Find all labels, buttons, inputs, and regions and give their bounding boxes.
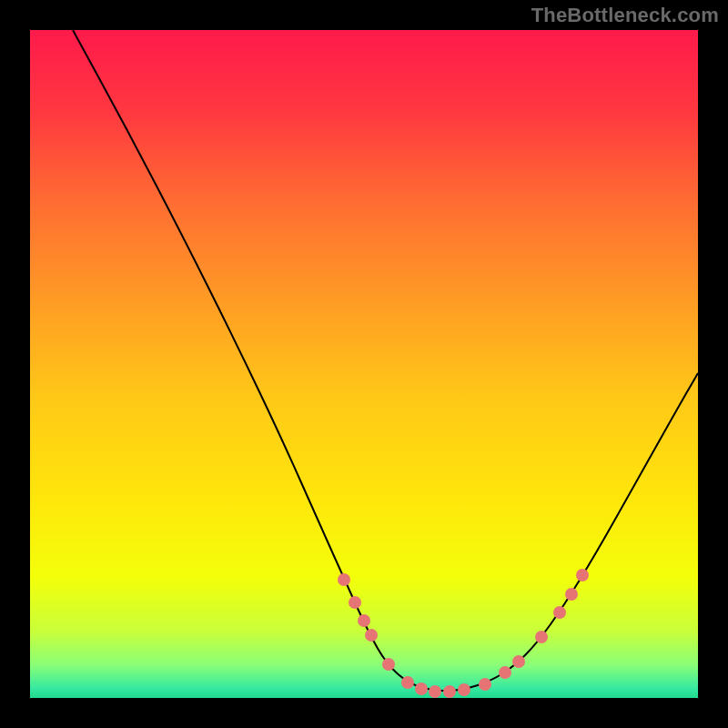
data-point-dot bbox=[576, 569, 589, 581]
data-point-dot bbox=[429, 685, 441, 698]
data-point-dot bbox=[499, 666, 511, 679]
chart-svg bbox=[0, 0, 728, 728]
data-point-dot bbox=[443, 685, 456, 698]
data-point-dot bbox=[349, 596, 361, 609]
watermark-text: TheBottleneck.com bbox=[531, 4, 719, 27]
data-point-dot bbox=[458, 683, 470, 696]
data-point-dot bbox=[415, 682, 428, 695]
chart-stage: { "watermark": "TheBottleneck.com", "gra… bbox=[0, 0, 728, 728]
data-point-dot bbox=[365, 629, 378, 642]
data-point-dot bbox=[382, 658, 395, 671]
data-point-dot bbox=[338, 573, 350, 586]
data-point-dot bbox=[535, 631, 548, 643]
gradient-plot-area bbox=[30, 30, 698, 698]
data-point-dot bbox=[553, 606, 566, 619]
data-point-dot bbox=[565, 588, 578, 601]
data-point-dot bbox=[479, 678, 491, 691]
data-point-dot bbox=[401, 676, 414, 689]
data-point-dot bbox=[512, 655, 525, 668]
data-point-dot bbox=[358, 614, 370, 627]
